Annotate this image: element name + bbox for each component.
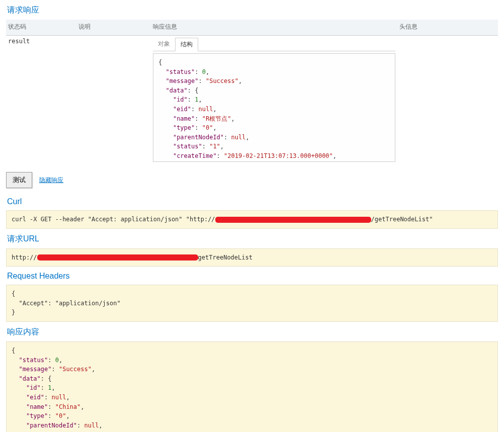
cell-code: result xyxy=(6,36,76,166)
action-row: 测试 隐藏响应 xyxy=(6,172,498,188)
headers-block[interactable]: { "Accept": "application/json" } xyxy=(6,285,498,322)
col-response-info: 响应信息 xyxy=(151,20,397,36)
test-button[interactable]: 测试 xyxy=(6,172,32,188)
response-tabs: 对象 结构 xyxy=(153,38,395,51)
col-description: 说明 xyxy=(76,20,151,36)
col-header-info: 头信息 xyxy=(397,20,498,36)
cell-desc xyxy=(76,36,151,166)
section-title-request-response: 请求响应 xyxy=(7,5,497,16)
tab-structure[interactable]: 结构 xyxy=(175,38,198,51)
url-block[interactable]: http://getTreeNodeList xyxy=(6,248,498,267)
response-table: 状态码 说明 响应信息 头信息 result 对象 结构 { "status":… xyxy=(6,20,498,166)
curl-block[interactable]: curl -X GET --header "Accept: applicatio… xyxy=(6,210,498,229)
table-row: result 对象 结构 { "status": 0, "message": "… xyxy=(6,36,498,166)
section-title-curl: Curl xyxy=(7,197,497,206)
section-title-headers: Request Headers xyxy=(7,272,497,281)
redacted-host xyxy=(215,217,371,223)
redacted-host xyxy=(37,254,198,261)
hide-response-link[interactable]: 隐藏响应 xyxy=(39,176,63,185)
response-json-preview[interactable]: { "status": 0, "message": "Success", "da… xyxy=(153,53,395,162)
section-title-body: 响应内容 xyxy=(7,327,497,337)
cell-response: 对象 结构 { "status": 0, "message": "Success… xyxy=(151,36,397,166)
tab-object[interactable]: 对象 xyxy=(153,38,175,51)
cell-headers xyxy=(397,36,498,166)
section-title-url: 请求URL xyxy=(7,234,497,244)
body-block[interactable]: { "status": 0, "message": "Success", "da… xyxy=(6,341,498,432)
col-status-code: 状态码 xyxy=(6,20,76,36)
